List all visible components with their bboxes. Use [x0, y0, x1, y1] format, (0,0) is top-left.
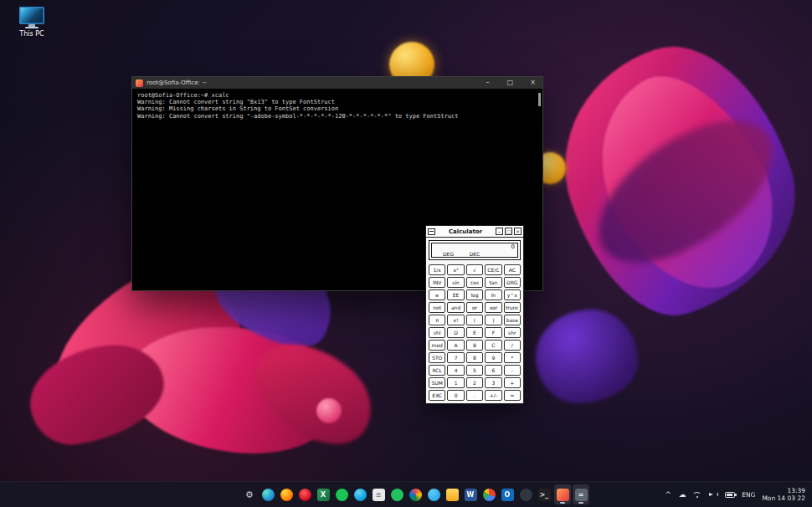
taskbar-icon-firefox[interactable]: [278, 484, 295, 504]
calc-button-1[interactable]: 1: [447, 377, 464, 388]
taskbar-icon-skype[interactable]: [352, 484, 368, 504]
calc-button-e[interactable]: e: [429, 289, 445, 300]
calculator-mode-deg: DEG: [443, 251, 454, 257]
calc-button-drg[interactable]: DRG: [504, 277, 521, 288]
language-indicator[interactable]: ENG: [742, 491, 755, 499]
taskbar-icon-whatsapp[interactable]: [388, 484, 405, 504]
taskbar-icon-word[interactable]: W: [462, 484, 479, 504]
calc-button-0[interactable]: 0: [447, 390, 464, 401]
calculator-app-icon: =: [575, 489, 588, 501]
calc-button-e[interactable]: E: [466, 327, 483, 338]
terminal-close-button[interactable]: ×: [523, 77, 542, 89]
calc-button-2[interactable]: 2: [466, 377, 483, 388]
calc-button-6[interactable]: 6: [485, 365, 501, 376]
tray-wifi[interactable]: [692, 491, 702, 499]
calc-button-7[interactable]: 7: [447, 352, 464, 363]
tray-battery[interactable]: [725, 492, 735, 498]
calc-button-divide[interactable]: /: [504, 340, 521, 351]
taskbar-icon-xterm[interactable]: [554, 484, 571, 504]
taskbar-icon-notepad[interactable]: ≡: [370, 484, 387, 504]
calc-button-plus-minus[interactable]: +/-: [485, 390, 501, 401]
calc-button-9[interactable]: 9: [485, 352, 501, 363]
calc-button-sum[interactable]: SUM: [429, 377, 445, 388]
taskbar-icon-settings[interactable]: ⚙: [241, 484, 258, 504]
calc-button-sqrt[interactable]: √: [466, 264, 483, 275]
taskbar-icon-terminal-app[interactable]: >_: [536, 484, 552, 504]
terminal-scrollbar[interactable]: [538, 93, 541, 106]
calc-button-decimal[interactable]: .: [466, 390, 483, 401]
calc-button-ce-c[interactable]: CE/C: [485, 264, 501, 275]
taskbar-icon-opera[interactable]: [296, 484, 313, 504]
calc-button-equals[interactable]: =: [504, 390, 521, 401]
calc-button-and[interactable]: and: [447, 302, 464, 313]
calc-button-log[interactable]: log: [466, 289, 483, 300]
calc-button-shl[interactable]: shl: [429, 327, 445, 338]
terminal-titlebar[interactable]: root@Sofia-Office: ~ – □ ×: [132, 77, 542, 89]
calc-button-paren-right[interactable]: ): [485, 315, 501, 325]
calc-button-not[interactable]: not: [429, 302, 445, 313]
taskbar-icon-telegram[interactable]: [425, 484, 442, 504]
spotify-icon: [336, 489, 348, 501]
calculator-minimize-button[interactable]: –: [496, 228, 503, 235]
taskbar-clock[interactable]: 13:39 Mon 14 03 22: [762, 487, 805, 502]
calc-button-tan[interactable]: tan: [485, 277, 501, 288]
system-tray: ^☁: [664, 490, 735, 499]
calc-button-sin[interactable]: sin: [447, 277, 464, 288]
calculator-display-value: 0: [511, 243, 515, 250]
taskbar-icon-edge[interactable]: [260, 484, 276, 504]
calc-button-base[interactable]: base: [504, 315, 521, 325]
calc-button-or[interactable]: or: [466, 302, 483, 313]
calc-button-shr[interactable]: shr: [504, 327, 521, 338]
calculator-close-button[interactable]: ×: [514, 228, 522, 235]
calc-button-4[interactable]: 4: [447, 365, 464, 376]
terminal-title: root@Sofia-Office: ~: [146, 79, 475, 86]
calculator-system-menu-icon[interactable]: [428, 228, 435, 235]
terminal-maximize-button[interactable]: □: [501, 77, 520, 89]
taskbar-icon-calculator-app[interactable]: =: [573, 484, 589, 504]
calc-button-y-pow-x[interactable]: y^x: [504, 289, 521, 300]
calc-button-factorial[interactable]: x!: [447, 315, 464, 325]
taskbar-icon-outlook[interactable]: O: [499, 484, 516, 504]
calc-button-ee[interactable]: EE: [447, 289, 464, 300]
calc-button-ln[interactable]: ln: [485, 289, 501, 300]
calc-button-paren-left[interactable]: (: [466, 315, 483, 325]
tray-onedrive[interactable]: ☁: [678, 490, 686, 499]
calc-button-c[interactable]: C: [485, 340, 501, 351]
calc-button-a[interactable]: A: [447, 340, 464, 351]
calc-button-multiply[interactable]: *: [504, 352, 521, 363]
calc-button-minus[interactable]: -: [504, 365, 521, 376]
calc-button-pi[interactable]: π: [429, 315, 445, 325]
calc-button-b[interactable]: B: [466, 340, 483, 351]
calc-button-one-over-x[interactable]: 1/x: [429, 264, 445, 275]
clock-date: Mon 14 03 22: [762, 494, 805, 502]
taskbar-icon-photos[interactable]: [407, 484, 424, 504]
taskbar-icon-file-explorer[interactable]: [444, 484, 460, 504]
calc-button-mod[interactable]: mod: [429, 340, 445, 351]
calc-button-x-squared[interactable]: x²: [447, 264, 464, 275]
calc-button-plus[interactable]: +: [504, 377, 521, 388]
taskbar-icon-spotify[interactable]: [333, 484, 350, 504]
taskbar-icon-github[interactable]: [517, 484, 534, 504]
calc-button-d[interactable]: D: [447, 327, 464, 338]
taskbar-icon-excel[interactable]: X: [315, 484, 331, 504]
calculator-maximize-button[interactable]: □: [505, 228, 512, 235]
calc-button-8[interactable]: 8: [466, 352, 483, 363]
calc-button-ac[interactable]: AC: [504, 264, 521, 275]
calc-button-trunc[interactable]: trunc: [504, 302, 521, 313]
desktop-icon-this-pc[interactable]: This PC: [10, 7, 54, 38]
calc-button-3[interactable]: 3: [485, 377, 501, 388]
tray-chevron-up[interactable]: ^: [664, 490, 672, 499]
calc-button-5[interactable]: 5: [466, 365, 483, 376]
calc-button-inv[interactable]: INV: [429, 277, 445, 288]
calc-button-sto[interactable]: STO: [429, 352, 445, 363]
calc-button-cos[interactable]: cos: [466, 277, 483, 288]
taskbar-icon-start[interactable]: [223, 484, 239, 504]
tray-volume[interactable]: [708, 491, 719, 499]
calc-button-f[interactable]: F: [485, 327, 501, 338]
taskbar-icon-chrome[interactable]: [481, 484, 497, 504]
calculator-titlebar[interactable]: Calculator – □ ×: [426, 226, 523, 238]
terminal-minimize-button[interactable]: –: [478, 77, 497, 89]
calc-button-xor[interactable]: xor: [485, 302, 501, 313]
calc-button-exc[interactable]: EXC: [429, 390, 445, 401]
calc-button-rcl[interactable]: RCL: [429, 365, 445, 376]
